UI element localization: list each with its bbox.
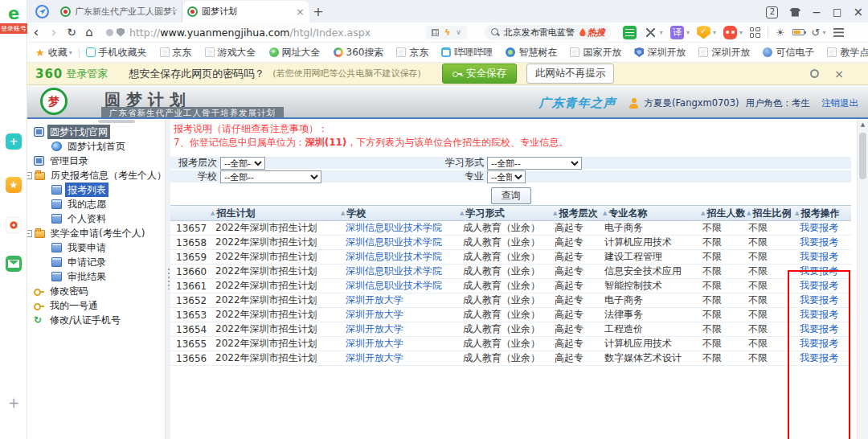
apply-link[interactable]: 我要报考 [800,251,838,262]
form-select[interactable]: --全部-- [487,157,582,170]
save-password-button[interactable]: 安全保存 [442,64,517,84]
sort-icon[interactable] [603,210,607,216]
home-button[interactable] [80,25,98,39]
tab-close-icon[interactable] [296,6,305,18]
nav-item[interactable]: 我的志愿 [27,197,165,211]
bookmark-item[interactable]: 深圳开放 [698,46,750,59]
back-button[interactable] [27,24,45,40]
bookmark-item[interactable]: 网址大全 [269,46,321,59]
bookmark-item[interactable]: 手机收藏夹 [86,46,147,59]
send-paper-plane-icon[interactable] [35,5,49,18]
nav-item[interactable]: 报考列表 [27,183,165,197]
major-select[interactable]: --全部-- [487,170,526,183]
gear-icon[interactable] [809,68,820,79]
undo-icon[interactable] [812,27,821,39]
lightning-icon[interactable] [444,27,450,38]
site-info-icon[interactable] [106,29,113,36]
school-select[interactable]: --全部-- [220,170,321,183]
caret-icon[interactable] [739,29,743,36]
apply-link[interactable]: 我要报考 [800,338,838,349]
sort-icon[interactable] [795,210,799,216]
hot-search-link[interactable]: 热搜 [579,27,605,39]
gamepad-icon[interactable] [723,26,737,39]
apply-link[interactable]: 我要报考 [800,222,838,233]
school-link[interactable]: 深圳信息职业技术学院 [346,265,442,277]
nav-item[interactable]: 历史报考信息（考生个人） [27,168,165,183]
scissors-icon[interactable] [644,26,657,39]
mail-icon[interactable] [6,256,22,272]
menu-icon[interactable] [833,28,844,37]
level-select[interactable]: --全部-- [220,157,265,170]
apply-link[interactable]: 我要报考 [800,323,838,334]
caret-icon[interactable] [822,29,825,36]
notes-icon[interactable] [623,26,637,39]
bookmark-item[interactable]: 360搜索 [334,46,384,59]
translate-icon[interactable] [670,26,684,39]
school-link[interactable]: 深圳开放大学 [346,294,403,306]
sidebar-add-icon[interactable] [6,396,21,410]
maximize-button[interactable] [833,6,841,18]
scrollbar-thumb[interactable] [859,133,866,179]
dismiss-button[interactable]: 此网站不再提示 [526,64,615,84]
column-header[interactable]: 招生计划 [209,207,339,220]
caret-icon[interactable] [713,29,716,36]
school-link[interactable]: 深圳开放大学 [346,309,403,320]
browser-tab[interactable]: 圆梦计划 [182,1,309,23]
apply-link[interactable]: 我要报考 [800,294,838,306]
address-bar[interactable]: http://www.yuanmengjihua.com/htgl/Index.… [106,27,421,39]
favorites-star-icon[interactable] [35,47,45,59]
panel-collapse-handle[interactable] [98,120,135,123]
search-query[interactable]: 北京发布雷电蓝警 [504,27,575,39]
scroll-up-arrow[interactable] [858,119,868,130]
login-account-badge[interactable]: 登录账号 [0,23,27,34]
browser-360-logo-icon[interactable] [5,5,23,23]
sort-icon[interactable] [341,210,345,216]
apply-link[interactable]: 我要报考 [800,265,838,277]
caret-icon[interactable] [69,49,72,56]
collapse-icon[interactable] [27,230,32,237]
panel-splitter[interactable] [165,119,170,439]
favorites-label[interactable]: 收藏 [48,46,68,59]
nav-item[interactable]: 奖学金申请(考生个人) [27,226,165,240]
nav-item[interactable]: 我的一号通 [27,298,165,313]
nav-item[interactable]: 我要申请 [27,240,165,255]
school-link[interactable]: 深圳信息职业技术学院 [346,251,442,262]
bookmark-item[interactable]: 可信电子 [763,46,814,59]
caret-icon[interactable] [686,29,690,36]
bookmark-item[interactable]: 京东 [396,46,428,59]
school-link[interactable]: 深圳开放大学 [346,352,403,363]
bookmark-item[interactable]: 哔哩哔哩 [441,46,493,59]
favorites-star-icon[interactable] [6,177,22,193]
apply-link[interactable]: 我要报考 [800,236,838,248]
apply-link[interactable]: 我要报考 [800,352,838,363]
forward-button[interactable] [45,24,63,40]
bookmark-item[interactable]: 深圳开放 [634,46,686,59]
browser-tab[interactable]: 广东新生代产业工人圆梦计划报 [55,1,182,23]
brightness-icon[interactable] [776,27,785,39]
collapse-icon[interactable] [27,172,32,179]
skin-shirt-icon[interactable] [789,8,800,17]
sort-icon[interactable] [553,210,557,216]
bookmark-item[interactable]: 教学点平 [827,46,868,59]
apply-link[interactable]: 我要报考 [800,309,838,320]
health-cross-icon[interactable] [6,133,22,150]
bookmark-item[interactable]: 游戏大全 [205,46,256,59]
close-bar-icon[interactable] [834,68,844,80]
weibo-icon[interactable] [6,217,22,233]
apps-grid-icon[interactable] [750,27,760,38]
nav-item[interactable]: 圆梦计划首页 [27,139,165,154]
tab-count-badge[interactable]: 2 [766,6,778,18]
column-header[interactable]: 报考层次 [551,207,601,220]
column-header[interactable]: 招生比例 [745,207,793,220]
column-header[interactable]: 报考操作 [793,207,851,220]
school-link[interactable]: 深圳信息职业技术学院 [346,280,442,291]
column-header[interactable]: 招生人数 [699,207,745,220]
school-link[interactable]: 深圳开放大学 [346,338,403,349]
nav-item[interactable]: 管理目录 [27,154,165,168]
caret-icon[interactable] [660,29,663,36]
bookmark-item[interactable]: 京东 [160,46,192,59]
school-link[interactable]: 深圳信息职业技术学院 [346,236,442,248]
query-button[interactable]: 查询 [491,187,531,204]
apply-link[interactable]: 我要报考 [800,280,838,291]
sort-icon[interactable] [460,210,464,216]
